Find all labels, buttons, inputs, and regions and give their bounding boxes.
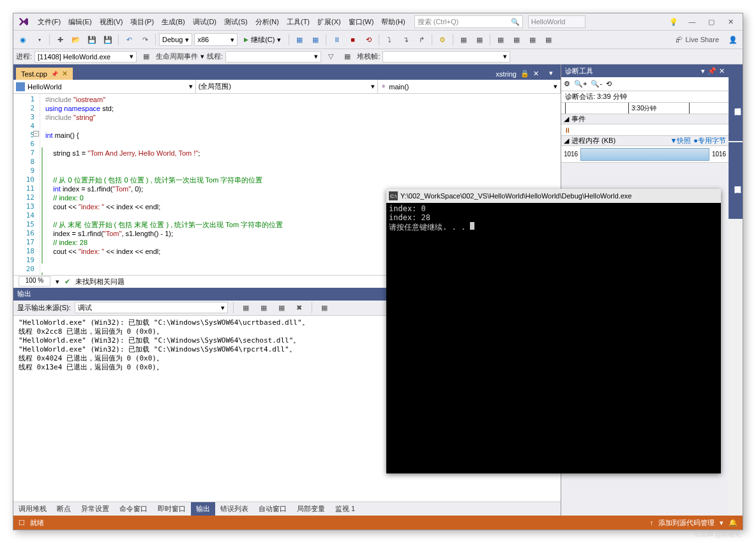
source-control-button[interactable]: 添加到源代码管理 — [658, 518, 714, 528]
config-dropdown[interactable]: Debug▾ — [159, 33, 192, 46]
menu-生成(B)[interactable]: 生成(B) — [158, 15, 189, 28]
stop-icon[interactable]: ■ — [345, 33, 359, 47]
filter-icon[interactable]: ▽ — [324, 50, 338, 64]
live-share-button[interactable]: ⮳Live Share — [670, 36, 724, 43]
nav-scope[interactable]: HelloWorld▾ — [13, 80, 196, 93]
continue-button[interactable]: ▶继续(C)▾ — [239, 33, 285, 47]
menu-视图(V)[interactable]: 视图(V) — [96, 15, 127, 28]
pause-icon[interactable]: ⏸ — [329, 33, 344, 47]
close-icon[interactable]: ✕ — [62, 70, 68, 78]
bottom-tab[interactable]: 局部变量 — [292, 502, 330, 516]
new-icon[interactable]: ✚ — [53, 33, 67, 47]
menu-窗口(W)[interactable]: 窗口(W) — [345, 15, 378, 28]
out-tool-2[interactable]: ▦ — [257, 301, 271, 315]
nav-back-dropdown[interactable] — [32, 33, 46, 47]
output-source-label: 显示输出来源(S): — [17, 303, 71, 313]
out-tool-1[interactable]: ▦ — [239, 301, 253, 315]
stack-icon[interactable]: ▦ — [340, 50, 354, 64]
bottom-tab[interactable]: 调用堆栈 — [13, 502, 52, 516]
menu-工具(T)[interactable]: 工具(T) — [283, 15, 314, 28]
open-icon[interactable]: 📂 — [69, 33, 83, 47]
tab-xstring[interactable]: xstring 🔒 ✕ — [491, 68, 544, 80]
fold-icon[interactable]: − — [33, 131, 39, 137]
process-combo[interactable]: [11408] HelloWorld.exe▾ — [34, 51, 137, 63]
events-header[interactable]: ◢事件 — [561, 114, 729, 124]
nav-back-icon[interactable]: ◉ — [16, 33, 30, 47]
dropdown-icon[interactable]: ▾ — [701, 67, 705, 75]
account-icon[interactable]: 👤 — [726, 33, 740, 47]
minimize-button[interactable]: — — [683, 15, 702, 28]
console-window[interactable]: C:\ Y:\002_WorkSpace\002_VS\HelloWorld\H… — [386, 189, 721, 473]
debug-icon-1[interactable]: ▦ — [292, 33, 306, 47]
redo-icon[interactable]: ↷ — [138, 33, 152, 47]
bottom-tab[interactable]: 错误列表 — [215, 502, 253, 516]
tool-icon-d[interactable]: ▦ — [494, 33, 508, 47]
menu-项目(P)[interactable]: 项目(P) — [126, 15, 158, 28]
tool-icon-c[interactable]: ▦ — [472, 33, 487, 47]
diag-session: 诊断会话: 3:39 分钟 — [561, 91, 729, 103]
debug-icon-2[interactable]: ▦ — [308, 33, 322, 47]
close-icon[interactable]: ✕ — [533, 70, 539, 78]
step-over-icon[interactable]: ⤵ — [382, 33, 397, 47]
close-icon[interactable]: ✕ — [719, 67, 725, 75]
zoom-in-icon[interactable]: 🔍+ — [574, 80, 587, 88]
restart-icon[interactable]: ⟲ — [361, 33, 375, 47]
search-icon: 🔍 — [511, 18, 520, 26]
out-tool-3[interactable]: ▦ — [275, 301, 289, 315]
tab-test-cpp[interactable]: Test.cpp 📌 ✕ — [16, 68, 73, 80]
tool-icon-g[interactable]: ▦ — [541, 33, 556, 47]
solution-name[interactable]: HelloWorld — [528, 15, 586, 28]
step-out-icon[interactable]: ↱ — [414, 33, 428, 47]
side-panel-team[interactable]: 团队资源管理器 — [729, 142, 743, 219]
close-button[interactable]: ✕ — [721, 15, 740, 28]
menu-帮助(H)[interactable]: 帮助(H) — [377, 15, 409, 28]
bottom-tab[interactable]: 断点 — [52, 502, 76, 516]
step-into-icon[interactable]: ↴ — [398, 33, 412, 47]
out-tool-5[interactable]: ▦ — [317, 301, 331, 315]
console-title-bar[interactable]: C:\ Y:\002_WorkSpace\002_VS\HelloWorld\H… — [386, 189, 721, 203]
save-icon[interactable]: 💾 — [85, 33, 99, 47]
diag-timeline[interactable]: 3:30分钟 — [561, 103, 729, 114]
gear-icon[interactable]: ⚙ — [564, 80, 570, 88]
bottom-tab[interactable]: 命令窗口 — [114, 502, 153, 516]
search-input[interactable]: 搜索 (Ctrl+Q)🔍 — [414, 15, 523, 28]
zoom-combo[interactable]: 100 % — [19, 276, 50, 286]
bottom-tab[interactable]: 自动窗口 — [253, 502, 292, 516]
status-ready: 就绪 — [30, 518, 44, 528]
nav-func[interactable]: ⚬main()▾ — [378, 80, 561, 93]
tab-overflow-icon[interactable]: ▾ — [544, 66, 558, 80]
pin-icon[interactable]: 📌 — [707, 67, 716, 75]
memory-header[interactable]: ◢进程内存 (KB) ▼快照 ●专用字节 — [561, 136, 729, 146]
bell-icon[interactable]: 🔔 — [729, 519, 737, 527]
menu-扩展(X)[interactable]: 扩展(X) — [314, 15, 345, 28]
zoom-out-icon[interactable]: 🔍- — [591, 80, 602, 88]
pin-icon[interactable]: 📌 — [51, 71, 58, 77]
menu-测试(S)[interactable]: 测试(S) — [220, 15, 252, 28]
tool-icon-f[interactable]: ▦ — [525, 33, 540, 47]
lifecycle-icon[interactable]: ▦ — [139, 50, 153, 64]
thread-combo[interactable]: ▾ — [225, 51, 321, 63]
menu-编辑(E)[interactable]: 编辑(E) — [64, 15, 96, 28]
bulb-icon[interactable]: 💡 — [665, 15, 683, 28]
bottom-tab[interactable]: 输出 — [191, 502, 215, 516]
menu-分析(N)[interactable]: 分析(N) — [252, 15, 283, 28]
tool-icon-e[interactable]: ▦ — [510, 33, 524, 47]
maximize-button[interactable]: ▢ — [702, 15, 721, 28]
out-tool-4[interactable]: ✖ — [292, 301, 306, 315]
nav-scope2[interactable]: (全局范围)▾ — [196, 80, 379, 93]
bottom-tab[interactable]: 异常设置 — [76, 502, 114, 516]
bottom-tab[interactable]: 即时窗口 — [153, 502, 191, 516]
stack-combo[interactable]: ▾ — [382, 51, 510, 63]
menu-文件(F)[interactable]: 文件(F) — [34, 15, 64, 28]
output-source-combo[interactable]: 调试▾ — [75, 302, 228, 313]
menu-调试(D)[interactable]: 调试(D) — [189, 15, 220, 28]
tool-icon-a[interactable]: ⚙ — [435, 33, 450, 47]
save-all-icon[interactable]: 💾 — [101, 33, 115, 47]
tool-icon-b[interactable]: ▦ — [457, 33, 471, 47]
side-panel-server[interactable]: 服务器资源管理器 — [729, 64, 743, 141]
reset-icon[interactable]: ⟲ — [606, 80, 612, 88]
undo-icon[interactable]: ↶ — [122, 33, 136, 47]
bottom-tab[interactable]: 监视 1 — [330, 502, 360, 516]
svg-marker-0 — [19, 18, 28, 26]
platform-dropdown[interactable]: x86▾ — [194, 33, 238, 46]
